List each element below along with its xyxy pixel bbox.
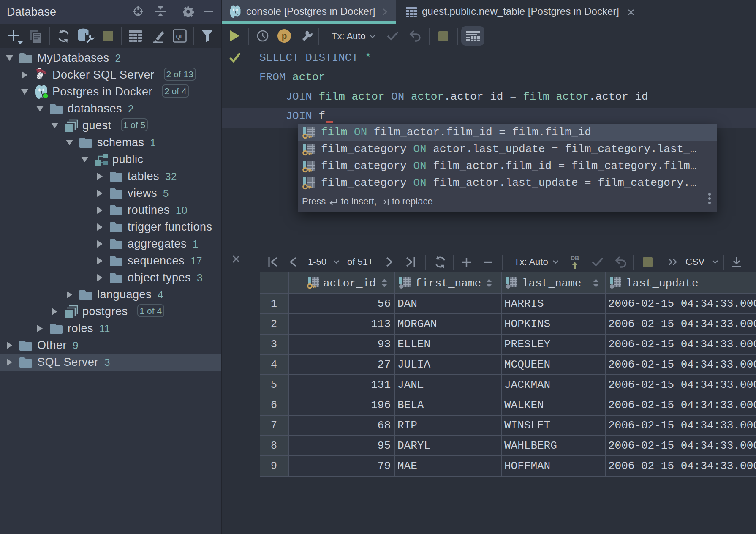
svg-text:DB: DB	[571, 255, 579, 262]
svg-text:QL: QL	[176, 33, 183, 40]
svg-text:p: p	[282, 31, 287, 41]
